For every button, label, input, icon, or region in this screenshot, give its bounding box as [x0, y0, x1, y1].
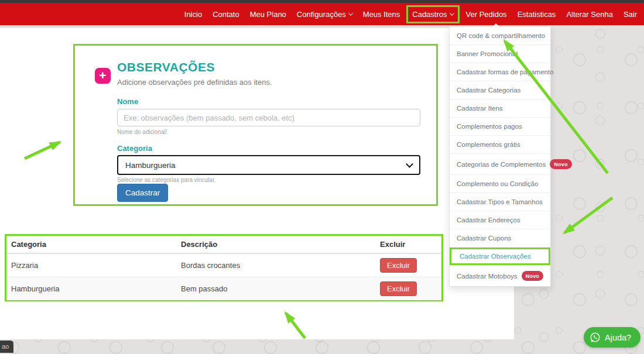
- table-row: Pizzaria Bordas crocantes Excluir: [6, 253, 441, 277]
- page-title: OBSERVAÇÕES: [117, 60, 215, 74]
- chevron-down-icon: [348, 11, 352, 15]
- nav-item-label: Estatisticas: [518, 10, 556, 19]
- novo-badge: Novo: [550, 159, 571, 169]
- dropdown-item-label: QR code & compartilhamento: [457, 32, 545, 39]
- header-categoria: Categoria: [6, 236, 176, 253]
- dropdown-item-label: Cadastrar Tipos e Tamanhos: [457, 198, 543, 205]
- nav-item[interactable]: Ver Pedidos: [465, 7, 508, 22]
- nav-item[interactable]: Alterar Senha: [565, 7, 614, 22]
- header-excluir: Excluir: [375, 236, 441, 253]
- table-row: Hamburgueria Bem passado Excluir: [6, 277, 441, 301]
- dropdown-item-label: Complementos grátis: [457, 141, 520, 148]
- dropdown-item-label: Cadastrar Categorias: [457, 87, 520, 94]
- cell-categoria: Pizzaria: [6, 253, 176, 277]
- nav-item[interactable]: Cadastros: [406, 5, 459, 23]
- category-select-wrap: Hamburgueria: [117, 155, 420, 175]
- page-subtitle: Adicione observações pré definidas aos i…: [117, 78, 272, 87]
- chevron-down-icon: [449, 11, 454, 15]
- nav-item-label: Sair: [624, 10, 637, 19]
- cell-descricao: Bordas crocantes: [176, 253, 375, 277]
- dropdown-item-label: Complemento ou Condição: [457, 180, 538, 187]
- dropdown-item-label: Banner Promocional: [457, 50, 518, 57]
- arrow-to-observacoes-item: [564, 198, 612, 233]
- category-select[interactable]: Hamburgueria: [117, 155, 420, 175]
- dropdown-item-label: Cadastrar Itens: [457, 105, 503, 112]
- dropdown-item[interactable]: Cadastrar Categorias: [450, 81, 550, 99]
- nav-item-label: Ver Pedidos: [466, 10, 507, 19]
- dropdown-item[interactable]: Cadastrar Cupons: [450, 229, 550, 248]
- nav-item[interactable]: Meus Itens: [362, 7, 402, 22]
- nav-item[interactable]: Sair: [622, 7, 638, 22]
- dropdown-item[interactable]: Categorias de Complementos Novo: [450, 154, 550, 175]
- excluir-button[interactable]: Excluir: [380, 281, 417, 296]
- excluir-button[interactable]: Excluir: [380, 258, 417, 273]
- dropdown-item[interactable]: Complemento ou Condição: [450, 175, 550, 193]
- dropdown-item-label: Cadastrar Motoboys: [457, 273, 518, 280]
- nav-item-label: Alterar Senha: [566, 10, 613, 19]
- dropdown-item[interactable]: Complementos grátis: [450, 136, 550, 154]
- dropdown-item[interactable]: QR code & compartilhamento: [450, 27, 550, 45]
- dropdown-item[interactable]: Complementos pagos: [450, 118, 550, 136]
- observations-table-highlight-box: Categoria Descrição Excluir Pizzaria Bor…: [5, 234, 443, 301]
- dropdown-item-label: Cadastrar Observações: [460, 253, 530, 260]
- nav-item[interactable]: Meu Plano: [249, 7, 287, 22]
- nav-item-label: Cadastros: [412, 10, 447, 19]
- dropdown-item[interactable]: Cadastrar formas de pagamento: [450, 63, 550, 81]
- nav-item-label: Configurações: [297, 10, 346, 19]
- dropdown-item-label: Cadastrar Cupons: [457, 235, 511, 242]
- ajuda-label: Ajuda?: [605, 333, 631, 342]
- dropdown-item-label: Cadastrar Endereços: [457, 216, 520, 224]
- dropdown-item[interactable]: Cadastrar Endereços: [450, 211, 550, 229]
- observations-table: Categoria Descrição Excluir Pizzaria Bor…: [6, 236, 441, 300]
- cell-descricao: Bem passado: [176, 277, 375, 301]
- ajuda-button[interactable]: Ajuda?: [584, 327, 640, 348]
- table-header-row: Categoria Descrição Excluir: [6, 236, 441, 253]
- cell-categoria: Hamburgueria: [6, 277, 176, 301]
- name-input[interactable]: [117, 109, 420, 126]
- status-tooltip: ao: [0, 341, 13, 353]
- nav-item[interactable]: Inicio: [183, 7, 203, 22]
- dropdown-item[interactable]: Cadastrar Motoboys Novo: [450, 266, 550, 286]
- dropdown-item-label: Cadastrar formas de pagamento: [457, 68, 554, 75]
- page: Inicio Contato Meu Plano Configurações: [0, 0, 644, 354]
- name-label: Nome: [117, 97, 138, 106]
- dropdown-item[interactable]: Cadastrar Tipos e Tamanhos: [450, 193, 550, 211]
- nav-item[interactable]: Estatisticas: [516, 7, 557, 22]
- dropdown-item-label: Categorias de Complementos: [457, 161, 546, 168]
- whatsapp-icon: [590, 332, 601, 343]
- top-navbar: Inicio Contato Meu Plano Configurações: [0, 3, 644, 25]
- cadastros-dropdown: QR code & compartilhamento Banner Promoc…: [449, 26, 551, 287]
- dropdown-item[interactable]: Banner Promocional: [450, 45, 550, 63]
- nav-menu: Inicio Contato Meu Plano Configurações: [183, 3, 638, 25]
- nav-item-label: Meu Plano: [250, 10, 286, 19]
- novo-badge: Novo: [522, 271, 543, 281]
- nav-item-label: Inicio: [184, 10, 202, 19]
- plus-icon: +: [95, 68, 111, 84]
- category-label: Categoria: [117, 144, 152, 153]
- name-helper-text: Nome do adicional!: [117, 129, 167, 135]
- dropdown-item-label: Complementos pagos: [457, 123, 522, 130]
- nav-item-label: Meus Itens: [363, 10, 400, 19]
- nav-item-label: Contato: [213, 10, 239, 19]
- dropdown-item[interactable]: Cadastrar Observações: [450, 248, 550, 266]
- nav-item[interactable]: Contato: [211, 7, 241, 22]
- nav-item[interactable]: Configurações: [296, 7, 354, 22]
- table-body: Pizzaria Bordas crocantes Excluir Hambur…: [6, 253, 441, 300]
- dropdown-notch: [491, 23, 501, 28]
- header-descricao: Descrição: [176, 236, 375, 253]
- category-helper-text: Selecione as categorias para vincular.: [117, 177, 215, 183]
- dropdown-item[interactable]: Cadastrar Itens: [450, 99, 550, 118]
- cadastrar-button[interactable]: Cadastrar: [117, 184, 168, 202]
